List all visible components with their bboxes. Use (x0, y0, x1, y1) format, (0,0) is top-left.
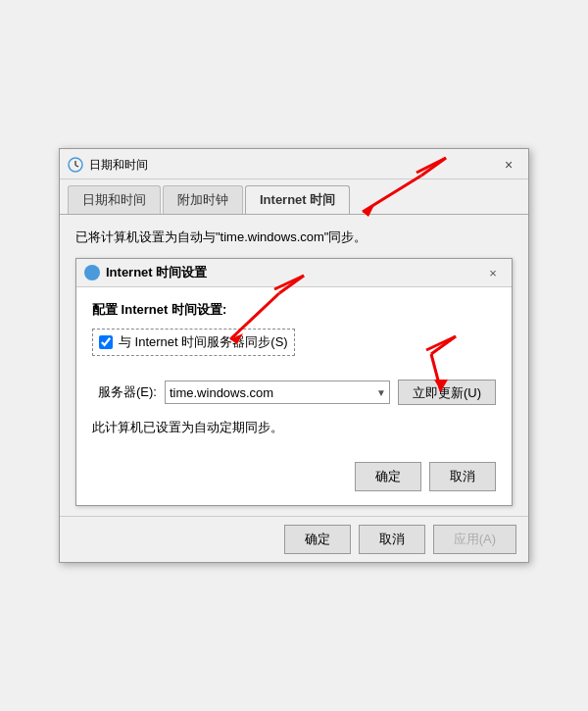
outer-window: 日期和时间 × 日期和时间 附加时钟 Internet 时间 已将计算机设置为自… (59, 148, 529, 563)
outer-footer: 确定 取消 应用(A) (60, 516, 528, 562)
update-now-button[interactable]: 立即更新(U) (398, 380, 496, 405)
outer-window-title: 日期和时间 (89, 157, 148, 174)
inner-dialog-body: 配置 Internet 时间设置: 与 Internet 时间服务器同步(S) … (76, 287, 512, 452)
inner-close-button[interactable]: × (482, 264, 504, 281)
inner-dialog-title: Internet 时间设置 (106, 264, 207, 281)
outer-ok-button[interactable]: 确定 (284, 525, 351, 554)
tab-bar: 日期和时间 附加时钟 Internet 时间 (60, 179, 528, 214)
outer-close-button[interactable]: × (497, 155, 520, 175)
svg-line-5 (92, 274, 95, 276)
tab-addclock[interactable]: 附加时钟 (163, 185, 243, 214)
inner-cancel-button[interactable]: 取消 (429, 462, 496, 491)
outer-apply-button[interactable]: 应用(A) (433, 525, 516, 554)
auto-sync-text: 此计算机已设置为自动定期同步。 (92, 419, 496, 436)
config-label: 配置 Internet 时间设置: (92, 301, 496, 319)
server-row: 服务器(E): time.windows.com time.nist.gov p… (98, 380, 496, 405)
inner-dialog-icon (84, 265, 100, 280)
sync-status-text: 已将计算机设置为自动与"time.windows.com"同步。 (75, 229, 513, 246)
inner-ok-button[interactable]: 确定 (355, 462, 421, 491)
svg-line-2 (75, 166, 78, 168)
sync-checkbox-row[interactable]: 与 Internet 时间服务器同步(S) (92, 329, 295, 356)
tab-internet[interactable]: Internet 时间 (245, 185, 350, 214)
inner-dialog: Internet 时间设置 × 配置 Internet 时间设置: 与 Inte… (75, 258, 513, 506)
server-label: 服务器(E): (98, 383, 157, 401)
server-select[interactable]: time.windows.com time.nist.gov pool.ntp.… (165, 381, 390, 404)
outer-cancel-button[interactable]: 取消 (359, 525, 425, 554)
outer-title-bar: 日期和时间 × (60, 149, 528, 179)
tab-content: 已将计算机设置为自动与"time.windows.com"同步。 Interne… (60, 214, 528, 516)
sync-checkbox[interactable] (99, 335, 113, 349)
inner-dialog-footer: 确定 取消 (76, 452, 512, 505)
server-select-wrapper: time.windows.com time.nist.gov pool.ntp.… (165, 381, 390, 404)
clock-icon (68, 157, 83, 173)
tab-datetime[interactable]: 日期和时间 (68, 185, 161, 214)
sync-checkbox-label: 与 Internet 时间服务器同步(S) (119, 333, 288, 351)
inner-title-bar: Internet 时间设置 × (76, 259, 512, 287)
